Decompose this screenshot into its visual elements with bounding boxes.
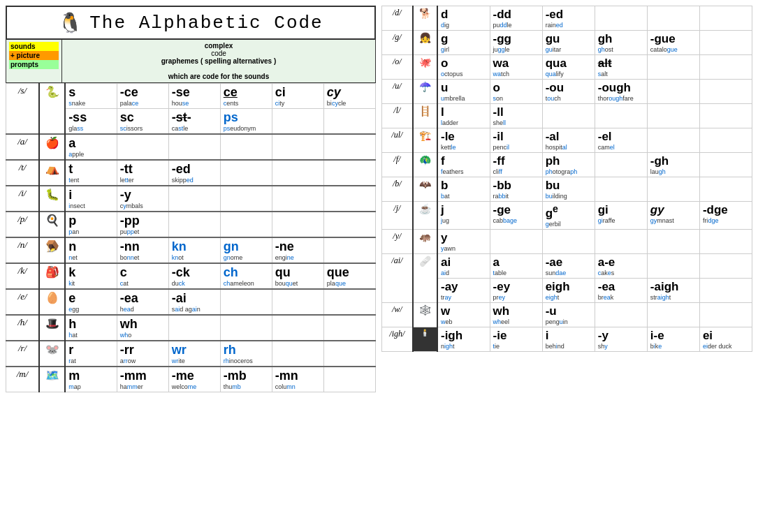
grapheme-h: h hat xyxy=(65,315,117,341)
grapheme-ck: -ck duck xyxy=(168,263,220,289)
right-panel: /d/ 🐕 d dig -dd puddle -ed rained /g/ 👧 xyxy=(381,6,752,526)
g-ay: -ay tray xyxy=(437,278,490,302)
grapheme-ps: ps pseudonym xyxy=(220,109,272,135)
left-table: /s/ 🐍 s snake -ce palace -se house ce ce… xyxy=(6,83,376,392)
img-cell-s: 🐍 xyxy=(39,84,65,135)
img-cell-h: 🎩 xyxy=(39,315,65,341)
g-ae2: a-e cakes xyxy=(595,253,647,278)
g-ae: -ae sundae xyxy=(542,253,595,278)
sound-cell-t: /t/ xyxy=(6,160,40,186)
img-d: 🐕 xyxy=(413,6,437,31)
sound-d: /d/ xyxy=(382,6,413,31)
g-d: d dig xyxy=(437,6,490,31)
table-row: /y/ 🦛 y yawn xyxy=(382,229,752,253)
img-cell-e: 🥚 xyxy=(39,289,65,315)
which-label: which are code for the sounds xyxy=(65,73,372,80)
grapheme-se: -se house xyxy=(168,84,220,109)
prompts-label: prompts xyxy=(9,60,59,69)
table-row: /ai/ 🩹 ai aid a table -ae sundae a-e cak… xyxy=(382,253,752,278)
img-b: 🦇 xyxy=(413,177,437,202)
g-w: w web xyxy=(437,302,490,327)
g-el: -el camel xyxy=(595,128,647,153)
img-y: 🦛 xyxy=(413,229,437,253)
table-row: /b/ 🦇 b bat -bb rabbit bu building xyxy=(382,177,752,202)
table-row: /ul/ 🏗️ -le kettle -il pencil -al hospit… xyxy=(382,128,752,153)
sound-cell-m: /m/ xyxy=(6,367,40,392)
g-gy: gy gymnast xyxy=(647,202,699,230)
img-ul: 🏗️ xyxy=(413,128,437,153)
picture-label: + picture xyxy=(9,51,59,60)
table-row: /m/ 🗺️ m map -mm hammer -me welcome -mb … xyxy=(6,367,376,392)
table-row: /n/ 🪤 n net -nn bonnet kn knot gn gnome … xyxy=(6,237,376,263)
g-gh-g: gh ghost xyxy=(595,31,647,55)
table-row: /k/ 🎒 k kit c cat -ck duck ch chameleon … xyxy=(6,263,376,289)
g-aigh: -aigh straight xyxy=(647,278,699,302)
grapheme-c: c cat xyxy=(117,263,168,289)
grapheme-qu: qu bouquet xyxy=(272,263,323,289)
grapheme-y-i: -y cymbals xyxy=(117,186,168,212)
table-row: /o/ 🐙 o octopus wa watch qua qualify alt… xyxy=(382,55,752,80)
graphemes-label: graphemes ( spelling alternatives ) xyxy=(65,57,372,65)
grapheme-gn: gn gnome xyxy=(220,237,272,263)
grapheme-ai-e: -ai said again xyxy=(168,289,220,315)
g-qua: qua qualify xyxy=(542,55,595,80)
title-box: 🐧 The Alphabetic Code xyxy=(6,6,376,40)
g-b: b bat xyxy=(437,177,490,202)
g-alt: alt salt xyxy=(595,55,647,80)
g-u-w: -u penguin xyxy=(542,302,595,327)
grapheme-i: i insect xyxy=(65,186,117,212)
sound-cell-e: /e/ xyxy=(6,289,40,315)
grapheme-mn: -mn column xyxy=(272,367,323,392)
g-ll: -ll shell xyxy=(490,104,542,128)
grapheme-wh: wh who xyxy=(117,315,168,341)
table-row: /a/ 🍎 a apple xyxy=(6,134,376,160)
img-j: ☕ xyxy=(413,202,437,230)
sound-igh: /igh/ xyxy=(382,327,413,351)
img-ai: 🩹 xyxy=(413,253,437,302)
table-row: /h/ 🎩 h hat wh who xyxy=(6,315,376,341)
g-bu: bu building xyxy=(542,177,595,202)
g-igh: -igh night xyxy=(437,327,490,351)
g-ie2: i-e bike xyxy=(647,327,699,351)
grapheme-rr: -rr arrow xyxy=(117,341,168,367)
grapheme-s: s snake xyxy=(65,84,117,109)
g-ea-ai: -ea break xyxy=(595,278,647,302)
sound-j: /j/ xyxy=(382,202,413,230)
sound-cell-r: /r/ xyxy=(6,341,40,367)
g-g: g girl xyxy=(437,31,490,55)
left-panel: 🐧 The Alphabetic Code sounds + picture p… xyxy=(6,6,376,526)
grapheme-ed: -ed skipped xyxy=(168,160,220,186)
sound-cell-a: /a/ xyxy=(6,134,40,160)
g-il: -il pencil xyxy=(490,128,542,153)
g-u: u umbrella xyxy=(437,80,490,104)
table-row: /g/ 👧 g girl -gg juggle gu guitar gh gho… xyxy=(382,31,752,55)
penguin-icon: 🐧 xyxy=(58,11,82,34)
img-w: 🕸️ xyxy=(413,302,437,327)
sound-ai: /ai/ xyxy=(382,253,413,302)
sound-cell-s: /s/ xyxy=(6,84,40,135)
img-u: ☂️ xyxy=(413,80,437,104)
header-sounds: sounds + picture prompts xyxy=(6,40,62,82)
g-ough: -ough thoroughfare xyxy=(595,80,647,104)
grapheme-que: que plaque xyxy=(323,263,375,289)
g-f: f feathers xyxy=(437,153,490,177)
img-cell-p: 🍳 xyxy=(39,212,65,237)
g-l: l ladder xyxy=(437,104,490,128)
g-y: y yawn xyxy=(437,229,490,253)
right-table: /d/ 🐕 d dig -dd puddle -ed rained /g/ 👧 xyxy=(381,6,752,352)
grapheme-kn: kn knot xyxy=(168,237,220,263)
table-row: -ay tray -ey prey eigh eight -ea break -… xyxy=(382,278,752,302)
grapheme-tt: -tt letter xyxy=(117,160,168,186)
img-o: 🐙 xyxy=(413,55,437,80)
g-ou: -ou touch xyxy=(542,80,595,104)
grapheme-rh: rh rhinoceros xyxy=(220,341,272,367)
grapheme-m: m map xyxy=(65,367,117,392)
grapheme-ci: ci city xyxy=(272,84,323,109)
g-o: o octopus xyxy=(437,55,490,80)
img-cell-a: 🍎 xyxy=(39,134,65,160)
g-i-igh: i behind xyxy=(542,327,595,351)
g-a-ai: a table xyxy=(490,253,542,278)
img-igh: 🕯️ xyxy=(413,327,437,351)
grapheme-ce: -ce palace xyxy=(117,84,168,109)
complex-sublabel: code xyxy=(211,50,226,57)
